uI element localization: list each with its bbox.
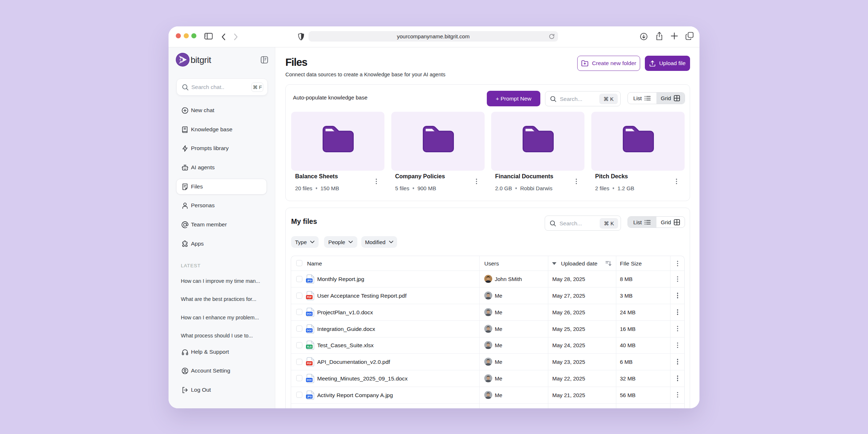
svg-text:JPG: JPG [307, 279, 312, 282]
svg-text:JPG: JPG [307, 395, 312, 397]
svg-text:XLS: XLS [307, 345, 312, 348]
svg-text:PDF: PDF [307, 296, 312, 298]
svg-text:PDF: PDF [307, 362, 312, 365]
svg-text:DOC: DOC [307, 312, 312, 315]
svg-text:DOC: DOC [307, 379, 312, 381]
svg-text:DOC: DOC [307, 329, 312, 331]
